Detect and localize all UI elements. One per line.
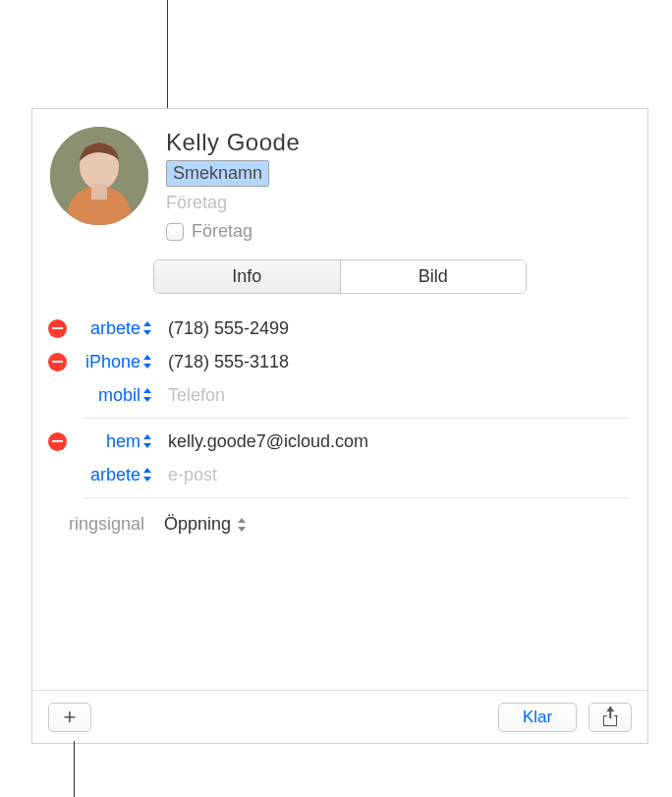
stepper-icon — [142, 387, 152, 403]
field-label-dropdown[interactable]: hem — [72, 431, 154, 452]
nickname-input[interactable]: Smeknamn — [166, 160, 269, 187]
company-checkbox[interactable] — [166, 223, 184, 241]
divider — [84, 497, 628, 498]
footer-toolbar: + Klar — [32, 690, 647, 743]
ringtone-label: ringsignal — [46, 514, 154, 535]
email-row: arbete e-post — [46, 458, 628, 491]
phone-row: arbete (718) 555-2499 — [46, 312, 628, 345]
minus-icon — [48, 353, 67, 371]
stepper-icon — [142, 467, 152, 483]
segmented-control: Info Bild — [153, 259, 527, 294]
contact-name[interactable]: Kelly Goode — [166, 129, 624, 156]
phone-value[interactable]: (718) 555-3118 — [158, 352, 628, 372]
phone-placeholder[interactable]: Telefon — [158, 385, 628, 406]
field-label-dropdown[interactable]: arbete — [72, 465, 154, 485]
ringtone-dropdown[interactable]: Öppning — [154, 514, 247, 535]
fields-area: arbete (718) 555-2499 iPhone (718) 555-3… — [32, 312, 647, 544]
stepper-icon — [142, 433, 152, 449]
stepper-icon — [142, 354, 152, 370]
email-row: hem kelly.goode7@icloud.com — [46, 425, 628, 458]
name-block: Kelly Goode Smeknamn Företag Företag — [166, 127, 624, 242]
share-button[interactable] — [588, 703, 632, 732]
ringtone-row: ringsignal Öppning — [46, 504, 628, 544]
svg-rect-3 — [91, 184, 107, 199]
company-checkbox-row: Företag — [166, 221, 624, 242]
remove-button[interactable] — [46, 317, 68, 339]
field-label: arbete — [90, 465, 140, 485]
tab-picture[interactable]: Bild — [340, 260, 527, 293]
field-label-dropdown[interactable]: mobil — [72, 385, 154, 406]
plus-icon: + — [64, 705, 77, 730]
remove-button[interactable] — [46, 430, 68, 452]
stepper-icon — [142, 320, 152, 336]
company-input[interactable]: Företag — [166, 193, 624, 213]
phone-value[interactable]: (718) 555-2499 — [158, 318, 628, 339]
email-placeholder[interactable]: e-post — [158, 465, 628, 485]
tab-info[interactable]: Info — [154, 260, 340, 293]
phone-row: mobil Telefon — [46, 378, 628, 412]
remove-button[interactable] — [46, 351, 68, 372]
avatar[interactable] — [50, 127, 148, 225]
done-button[interactable]: Klar — [498, 703, 577, 732]
add-button[interactable]: + — [48, 703, 91, 732]
remove-button-empty — [46, 464, 68, 485]
email-value[interactable]: kelly.goode7@icloud.com — [158, 431, 628, 452]
ringtone-value-text: Öppning — [164, 514, 231, 535]
field-label-dropdown[interactable]: iPhone — [72, 352, 154, 372]
field-label: arbete — [90, 318, 140, 339]
share-icon — [603, 709, 617, 726]
minus-icon — [48, 432, 67, 451]
callout-line-bottom — [74, 741, 75, 797]
field-label: mobil — [98, 385, 140, 406]
field-label-dropdown[interactable]: arbete — [72, 318, 154, 339]
contact-edit-window: Kelly Goode Smeknamn Företag Företag Inf… — [31, 108, 648, 744]
minus-icon — [48, 319, 67, 338]
field-label: iPhone — [85, 352, 140, 372]
phone-row: iPhone (718) 555-3118 — [46, 345, 628, 378]
remove-button-empty — [46, 384, 68, 406]
header-area: Kelly Goode Smeknamn Företag Företag — [32, 109, 647, 252]
stepper-icon — [237, 517, 247, 533]
company-checkbox-label: Företag — [192, 221, 252, 242]
field-label: hem — [106, 431, 140, 452]
divider — [84, 418, 628, 419]
